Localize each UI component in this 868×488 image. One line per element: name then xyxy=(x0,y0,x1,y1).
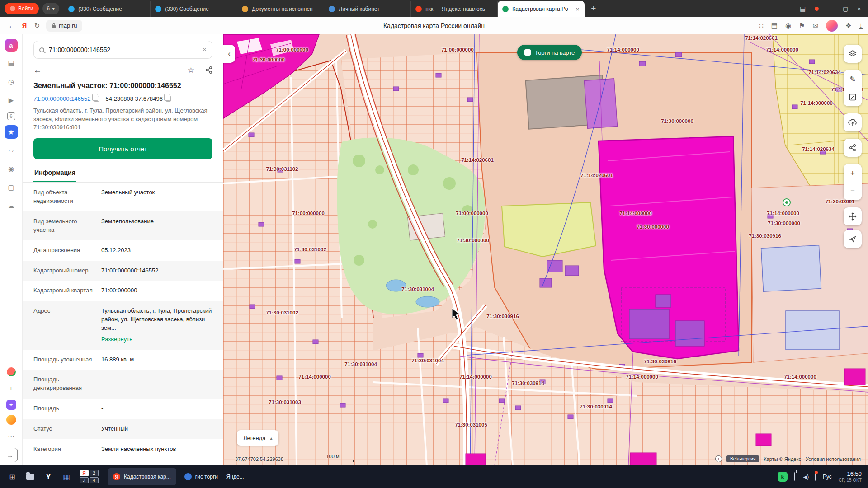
game-icon[interactable] xyxy=(7,367,16,376)
pan-mode-button[interactable] xyxy=(844,207,862,225)
clear-search-icon[interactable]: × xyxy=(203,46,207,54)
address-bar[interactable]: map.ru xyxy=(46,20,82,32)
taskbar-window[interactable]: ЯКадастровая кар... xyxy=(108,468,176,485)
counter-badge[interactable]: 6 xyxy=(7,112,15,120)
antivirus-tray-icon[interactable]: k xyxy=(778,472,788,482)
copy-icon[interactable] xyxy=(166,96,171,102)
downloads-icon[interactable]: ↓ xyxy=(859,22,863,29)
notification-dot-icon[interactable] xyxy=(815,7,819,11)
bookmark-flag-icon[interactable]: ⚑ xyxy=(799,22,805,30)
taskbar-clock[interactable]: 16:59 СР, 15 ОКТ xyxy=(839,470,862,483)
terms-link[interactable]: Условия использования xyxy=(806,456,861,462)
browser-login-button[interactable]: Войти xyxy=(5,3,39,14)
vector-tool-icon[interactable]: ▱ xyxy=(5,144,18,157)
edit-area-button[interactable] xyxy=(844,88,862,106)
zoom-in-button[interactable]: + xyxy=(844,164,862,182)
magenta-industrial-parcel[interactable] xyxy=(599,136,739,359)
video-icon[interactable]: ▶ xyxy=(5,94,18,107)
map-area[interactable]: 71:00:00000071:30:00000071:00:00000071:1… xyxy=(223,34,868,465)
tab-group-chip[interactable]: 6 ▾ xyxy=(42,3,60,14)
display-tray-icon[interactable] xyxy=(815,473,816,481)
favorites-star-icon[interactable]: ★ xyxy=(5,125,18,139)
browser-tab[interactable]: пкк — Яндекс: нашлось xyxy=(411,1,498,17)
journal-icon[interactable]: ▤ xyxy=(5,56,18,70)
screenshot-icon[interactable]: ◉ xyxy=(785,22,791,30)
file-explorer-icon[interactable] xyxy=(23,469,38,484)
maximize-button[interactable]: ▢ xyxy=(843,5,848,12)
profile-avatar[interactable] xyxy=(826,20,838,32)
yandex-logo-icon[interactable]: Я xyxy=(18,22,31,29)
cloud-icon[interactable]: ☁ xyxy=(5,199,18,213)
copy-icon[interactable] xyxy=(94,96,99,102)
apps-grid-icon[interactable]: ▦ xyxy=(59,469,74,484)
cadastral-map-canvas[interactable] xyxy=(223,34,868,465)
side-panels-icon[interactable]: ▤ xyxy=(800,5,806,12)
info-row-value: Тульская область, г. Тула, Пролетарский … xyxy=(101,307,212,343)
tab-label: Личный кабинет xyxy=(339,6,406,12)
camera-icon[interactable]: ◉ xyxy=(5,162,18,176)
search-input[interactable] xyxy=(49,46,198,53)
yandex-browser-icon[interactable]: Y xyxy=(41,469,56,484)
extensions-grid-icon[interactable]: ∷ xyxy=(759,22,764,30)
close-window-button[interactable]: × xyxy=(857,5,861,12)
auctions-checkbox[interactable] xyxy=(524,49,531,56)
add-icon[interactable]: + xyxy=(5,381,18,395)
printer-tray-icon[interactable] xyxy=(794,473,795,481)
zoom-out-button[interactable]: − xyxy=(844,182,862,200)
info-row-value-text: Тульская область, г. Тула, Пролетарский … xyxy=(101,307,212,333)
services-icon[interactable]: ❖ xyxy=(845,22,851,30)
get-report-button[interactable]: Получить отчет xyxy=(33,138,212,159)
alice-app-icon[interactable] xyxy=(6,415,16,425)
panel-back-button[interactable]: ← xyxy=(33,66,49,75)
minimize-button[interactable]: — xyxy=(828,5,834,12)
favorite-star-icon[interactable]: ☆ xyxy=(188,66,194,75)
browser-tab[interactable]: (330) Сообщение xyxy=(151,1,237,17)
share-icon[interactable] xyxy=(205,66,212,74)
my-location-button[interactable] xyxy=(844,230,862,248)
panel-collapse-button[interactable]: ‹ xyxy=(223,45,235,63)
tab-label: (330) Сообщение xyxy=(78,6,146,12)
tab-close-button[interactable]: × xyxy=(575,6,580,13)
layers-button[interactable] xyxy=(844,45,862,63)
upload-button[interactable] xyxy=(844,113,862,131)
share-map-button[interactable] xyxy=(844,139,862,157)
expand-address-link[interactable]: Развернуть xyxy=(101,335,132,344)
browser-tab[interactable]: Кадастровая карта Ро× xyxy=(498,1,585,17)
browser-toolbar: Кадастровая карта России онлайн ← Я ↻ ma… xyxy=(0,17,868,34)
reload-button[interactable]: ↻ xyxy=(31,22,43,30)
cadastral-number-link[interactable]: 71:00:000000:146552 xyxy=(33,95,91,102)
tab-group-counter[interactable]: 2 xyxy=(90,470,99,476)
ruler-button[interactable]: ✎ xyxy=(844,70,862,88)
more-dots-icon[interactable]: ⋯ xyxy=(5,430,18,443)
browser-tab[interactable]: Документы на исполнен xyxy=(237,1,324,17)
tab-favicon xyxy=(242,6,248,12)
tab-group-counter[interactable]: 4 xyxy=(90,477,99,483)
start-button[interactable]: ⊞ xyxy=(5,469,20,484)
volume-tray-icon[interactable]: ◄⟩ xyxy=(802,474,808,480)
exit-icon[interactable]: → xyxy=(5,448,18,462)
info-row-value: Земельный участок xyxy=(101,188,212,206)
messenger-app-icon[interactable]: ✦ xyxy=(6,400,16,410)
assistant-logo-icon[interactable]: a xyxy=(5,39,18,52)
language-indicator[interactable]: Рус xyxy=(823,474,832,480)
messenger-icon[interactable]: ✉ xyxy=(812,22,818,30)
legend-button[interactable]: Легенда ▴ xyxy=(237,430,278,446)
search-box[interactable]: × xyxy=(33,41,212,59)
info-row: Площадь уточненная16 889 кв. м xyxy=(23,350,223,370)
window-group-preview[interactable]: Я 234 xyxy=(80,470,99,483)
tab-information[interactable]: Информация xyxy=(33,166,76,182)
browser-tab[interactable]: (330) Сообщение xyxy=(64,1,151,17)
history-icon[interactable]: ◷ xyxy=(5,75,18,89)
browser-tab[interactable]: Личный кабинет xyxy=(324,1,411,17)
tab-group-counter[interactable]: 3 xyxy=(80,477,89,483)
new-tab-button[interactable]: + xyxy=(585,0,602,17)
auctions-on-map-button[interactable]: Торги на карте xyxy=(517,45,582,60)
info-icon[interactable]: i xyxy=(715,455,722,462)
taskbar-window[interactable]: гис торги — Янде... xyxy=(179,468,250,485)
panels-icon[interactable]: ▤ xyxy=(771,22,778,30)
info-row-value-text: 16 889 кв. м xyxy=(101,356,212,364)
yellow-green-parcel[interactable] xyxy=(502,202,596,257)
area-select-icon[interactable]: ▢ xyxy=(5,181,18,194)
back-button[interactable]: ← xyxy=(5,22,18,29)
info-row-value: - xyxy=(101,404,212,413)
